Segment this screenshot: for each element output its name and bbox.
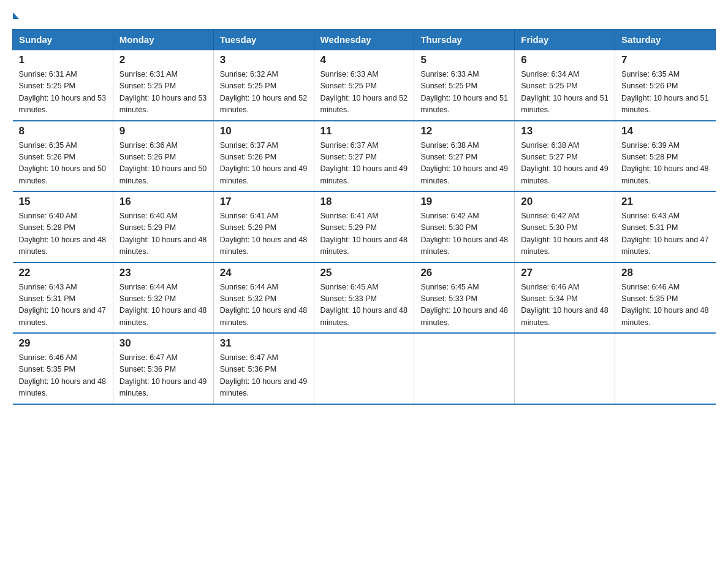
day-info: Sunrise: 6:31 AM Sunset: 5:25 PM Dayligh…	[119, 69, 207, 117]
calendar-cell: 27 Sunrise: 6:46 AM Sunset: 5:34 PM Dayl…	[515, 262, 615, 334]
day-info: Sunrise: 6:45 AM Sunset: 5:33 PM Dayligh…	[420, 282, 508, 329]
calendar-cell: 2 Sunrise: 6:31 AM Sunset: 5:25 PM Dayli…	[113, 50, 213, 121]
day-info: Sunrise: 6:33 AM Sunset: 5:25 PM Dayligh…	[420, 69, 508, 117]
day-info: Sunrise: 6:43 AM Sunset: 5:31 PM Dayligh…	[621, 210, 709, 258]
calendar-cell: 4 Sunrise: 6:33 AM Sunset: 5:25 PM Dayli…	[314, 50, 414, 121]
calendar-cell: 25 Sunrise: 6:45 AM Sunset: 5:33 PM Dayl…	[314, 262, 414, 334]
calendar-cell: 30 Sunrise: 6:47 AM Sunset: 5:36 PM Dayl…	[113, 333, 213, 404]
day-number: 8	[19, 125, 107, 137]
calendar-cell: 1 Sunrise: 6:31 AM Sunset: 5:25 PM Dayli…	[13, 50, 113, 121]
column-header-monday: Monday	[113, 29, 213, 50]
calendar-cell: 26 Sunrise: 6:45 AM Sunset: 5:33 PM Dayl…	[414, 262, 515, 334]
calendar-cell: 13 Sunrise: 6:38 AM Sunset: 5:27 PM Dayl…	[515, 121, 615, 192]
day-number: 25	[320, 267, 408, 279]
day-number: 9	[119, 125, 207, 137]
week-row-3: 15 Sunrise: 6:40 AM Sunset: 5:28 PM Dayl…	[13, 191, 716, 262]
day-number: 29	[19, 337, 107, 350]
calendar-cell: 22 Sunrise: 6:43 AM Sunset: 5:31 PM Dayl…	[13, 262, 113, 334]
column-header-wednesday: Wednesday	[314, 29, 414, 50]
day-info: Sunrise: 6:37 AM Sunset: 5:26 PM Dayligh…	[220, 140, 308, 188]
day-number: 20	[521, 196, 609, 208]
calendar-header-row: SundayMondayTuesdayWednesdayThursdayFrid…	[13, 29, 716, 50]
calendar-cell: 12 Sunrise: 6:38 AM Sunset: 5:27 PM Dayl…	[414, 121, 515, 192]
day-number: 26	[420, 267, 508, 279]
day-info: Sunrise: 6:38 AM Sunset: 5:27 PM Dayligh…	[521, 140, 609, 188]
day-info: Sunrise: 6:35 AM Sunset: 5:26 PM Dayligh…	[621, 69, 709, 117]
calendar-cell	[414, 333, 515, 404]
day-info: Sunrise: 6:45 AM Sunset: 5:33 PM Dayligh…	[320, 282, 408, 329]
calendar-cell: 15 Sunrise: 6:40 AM Sunset: 5:28 PM Dayl…	[13, 191, 113, 262]
day-info: Sunrise: 6:39 AM Sunset: 5:28 PM Dayligh…	[621, 140, 709, 188]
calendar-cell: 31 Sunrise: 6:47 AM Sunset: 5:36 PM Dayl…	[213, 333, 314, 404]
day-number: 5	[420, 54, 508, 66]
calendar-table: SundayMondayTuesdayWednesdayThursdayFrid…	[12, 29, 716, 405]
day-number: 3	[220, 54, 308, 66]
logo-arrow-icon	[13, 12, 19, 19]
calendar-cell	[615, 333, 716, 404]
day-info: Sunrise: 6:41 AM Sunset: 5:29 PM Dayligh…	[220, 210, 308, 258]
day-info: Sunrise: 6:38 AM Sunset: 5:27 PM Dayligh…	[420, 140, 508, 188]
calendar-cell: 7 Sunrise: 6:35 AM Sunset: 5:26 PM Dayli…	[615, 50, 716, 121]
day-number: 24	[220, 267, 308, 279]
day-number: 15	[19, 196, 107, 208]
day-number: 16	[119, 196, 207, 208]
calendar-cell: 3 Sunrise: 6:32 AM Sunset: 5:25 PM Dayli…	[213, 50, 314, 121]
calendar-cell: 20 Sunrise: 6:42 AM Sunset: 5:30 PM Dayl…	[515, 191, 615, 262]
calendar-cell: 21 Sunrise: 6:43 AM Sunset: 5:31 PM Dayl…	[615, 191, 716, 262]
column-header-saturday: Saturday	[615, 29, 716, 50]
day-info: Sunrise: 6:35 AM Sunset: 5:26 PM Dayligh…	[19, 140, 107, 188]
calendar-cell: 18 Sunrise: 6:41 AM Sunset: 5:29 PM Dayl…	[314, 191, 414, 262]
logo	[12, 12, 20, 19]
day-info: Sunrise: 6:36 AM Sunset: 5:26 PM Dayligh…	[119, 140, 207, 188]
day-info: Sunrise: 6:33 AM Sunset: 5:25 PM Dayligh…	[320, 69, 408, 117]
page-header	[12, 12, 716, 19]
day-info: Sunrise: 6:41 AM Sunset: 5:29 PM Dayligh…	[320, 210, 408, 258]
day-number: 2	[119, 54, 207, 66]
day-number: 27	[521, 267, 609, 279]
week-row-1: 1 Sunrise: 6:31 AM Sunset: 5:25 PM Dayli…	[13, 50, 716, 121]
calendar-cell: 9 Sunrise: 6:36 AM Sunset: 5:26 PM Dayli…	[113, 121, 213, 192]
column-header-sunday: Sunday	[13, 29, 113, 50]
day-number: 19	[420, 196, 508, 208]
calendar-cell: 28 Sunrise: 6:46 AM Sunset: 5:35 PM Dayl…	[615, 262, 716, 334]
day-info: Sunrise: 6:47 AM Sunset: 5:36 PM Dayligh…	[220, 352, 308, 400]
day-info: Sunrise: 6:46 AM Sunset: 5:34 PM Dayligh…	[521, 282, 609, 329]
calendar-cell: 29 Sunrise: 6:46 AM Sunset: 5:35 PM Dayl…	[13, 333, 113, 404]
calendar-cell	[515, 333, 615, 404]
day-number: 30	[119, 337, 207, 350]
calendar-cell: 17 Sunrise: 6:41 AM Sunset: 5:29 PM Dayl…	[213, 191, 314, 262]
day-info: Sunrise: 6:43 AM Sunset: 5:31 PM Dayligh…	[19, 282, 107, 329]
calendar-cell: 10 Sunrise: 6:37 AM Sunset: 5:26 PM Dayl…	[213, 121, 314, 192]
day-info: Sunrise: 6:46 AM Sunset: 5:35 PM Dayligh…	[621, 282, 709, 329]
calendar-cell: 16 Sunrise: 6:40 AM Sunset: 5:29 PM Dayl…	[113, 191, 213, 262]
calendar-cell: 6 Sunrise: 6:34 AM Sunset: 5:25 PM Dayli…	[515, 50, 615, 121]
day-number: 7	[621, 54, 709, 66]
calendar-cell: 11 Sunrise: 6:37 AM Sunset: 5:27 PM Dayl…	[314, 121, 414, 192]
day-number: 17	[220, 196, 308, 208]
day-number: 28	[621, 267, 709, 279]
calendar-cell	[314, 333, 414, 404]
week-row-5: 29 Sunrise: 6:46 AM Sunset: 5:35 PM Dayl…	[13, 333, 716, 404]
day-info: Sunrise: 6:46 AM Sunset: 5:35 PM Dayligh…	[19, 352, 107, 400]
day-number: 21	[621, 196, 709, 208]
calendar-cell: 23 Sunrise: 6:44 AM Sunset: 5:32 PM Dayl…	[113, 262, 213, 334]
day-number: 11	[320, 125, 408, 137]
calendar-cell: 24 Sunrise: 6:44 AM Sunset: 5:32 PM Dayl…	[213, 262, 314, 334]
calendar-cell: 5 Sunrise: 6:33 AM Sunset: 5:25 PM Dayli…	[414, 50, 515, 121]
day-number: 31	[220, 337, 308, 350]
day-number: 4	[320, 54, 408, 66]
day-info: Sunrise: 6:37 AM Sunset: 5:27 PM Dayligh…	[320, 140, 408, 188]
column-header-tuesday: Tuesday	[213, 29, 314, 50]
day-number: 23	[119, 267, 207, 279]
day-number: 18	[320, 196, 408, 208]
day-number: 10	[220, 125, 308, 137]
column-header-thursday: Thursday	[414, 29, 515, 50]
day-info: Sunrise: 6:44 AM Sunset: 5:32 PM Dayligh…	[220, 282, 308, 329]
day-number: 13	[521, 125, 609, 137]
day-number: 6	[521, 54, 609, 66]
day-info: Sunrise: 6:47 AM Sunset: 5:36 PM Dayligh…	[119, 352, 207, 400]
day-number: 1	[19, 54, 107, 66]
day-info: Sunrise: 6:42 AM Sunset: 5:30 PM Dayligh…	[521, 210, 609, 258]
calendar-cell: 14 Sunrise: 6:39 AM Sunset: 5:28 PM Dayl…	[615, 121, 716, 192]
day-info: Sunrise: 6:32 AM Sunset: 5:25 PM Dayligh…	[220, 69, 308, 117]
